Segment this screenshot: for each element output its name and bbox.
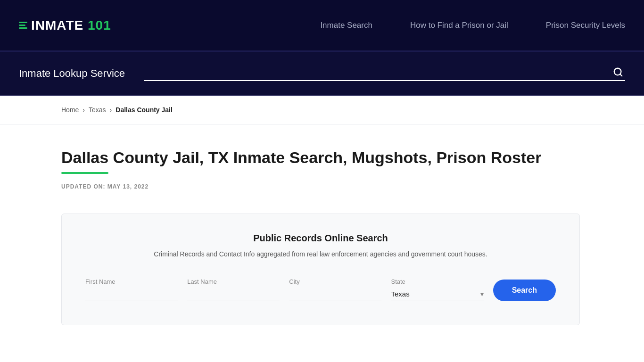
svg-line-1 <box>620 74 622 76</box>
breadcrumb-home[interactable]: Home <box>61 106 79 114</box>
public-records-title: Public Records Online Search <box>85 233 556 244</box>
main-content: Dallas County Jail, TX Inmate Search, Mu… <box>0 124 644 344</box>
city-label: City <box>289 278 381 285</box>
public-records-card: Public Records Online Search Criminal Re… <box>61 214 580 325</box>
nav-inmate-search[interactable]: Inmate Search <box>320 21 372 30</box>
top-navigation: INMATE 101 Inmate Search How to Find a P… <box>0 0 644 52</box>
last-name-label: Last Name <box>187 278 280 285</box>
first-name-field: First Name <box>85 278 178 301</box>
logo-highlight: 101 <box>88 18 111 33</box>
state-label: State <box>391 278 483 285</box>
nav-security-levels[interactable]: Prison Security Levels <box>546 21 625 30</box>
public-records-subtitle: Criminal Records and Contact Info aggreg… <box>85 249 556 259</box>
nav-how-to-find[interactable]: How to Find a Prison or Jail <box>410 21 508 30</box>
search-button[interactable]: Search <box>493 280 556 301</box>
logo-text: INMATE 101 <box>31 18 111 33</box>
breadcrumb-chevron-1: › <box>83 106 85 114</box>
page-title: Dallas County Jail, TX Inmate Search, Mu… <box>61 148 583 167</box>
breadcrumb-state[interactable]: Texas <box>89 106 106 114</box>
state-select[interactable]: AlabamaAlaskaArizonaArkansasCaliforniaCo… <box>391 287 483 301</box>
search-section-title: Inmate Lookup Service <box>19 67 125 80</box>
breadcrumb: Home › Texas › Dallas County Jail <box>0 96 644 124</box>
last-name-field: Last Name <box>187 278 280 301</box>
logo-link[interactable]: INMATE 101 <box>19 18 111 33</box>
state-select-wrapper: AlabamaAlaskaArizonaArkansasCaliforniaCo… <box>391 287 483 301</box>
search-icon-button[interactable] <box>611 67 625 77</box>
search-form: First Name Last Name City State AlabamaA… <box>85 278 556 301</box>
breadcrumb-chevron-2: › <box>110 106 112 114</box>
city-input[interactable] <box>289 287 381 301</box>
search-input-wrapper <box>144 66 625 81</box>
last-name-input[interactable] <box>187 287 280 301</box>
state-field: State AlabamaAlaskaArizonaArkansasCalifo… <box>391 278 483 301</box>
nav-links: Inmate Search How to Find a Prison or Ja… <box>320 21 625 30</box>
search-icon <box>613 67 623 77</box>
search-section: Inmate Lookup Service <box>0 52 644 96</box>
first-name-input[interactable] <box>85 287 178 301</box>
logo-icon <box>19 22 27 29</box>
title-underline <box>61 172 108 174</box>
first-name-label: First Name <box>85 278 178 285</box>
updated-date: UPDATED ON: MAY 13, 2022 <box>61 183 583 190</box>
city-field: City <box>289 278 381 301</box>
breadcrumb-current: Dallas County Jail <box>116 106 173 114</box>
search-input[interactable] <box>144 66 611 78</box>
